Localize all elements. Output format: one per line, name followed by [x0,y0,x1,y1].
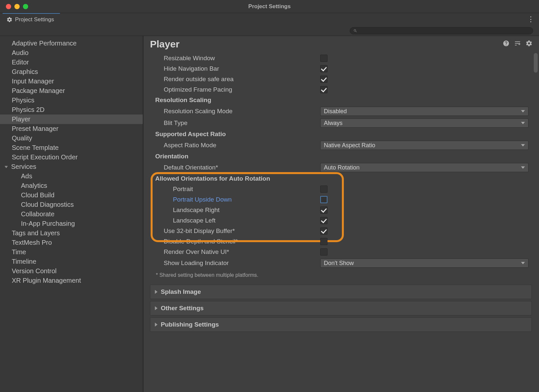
dropdown-loading_indicator[interactable]: Don't Show [320,258,529,268]
sidebar-item-label: Time [12,248,26,256]
main-header: Player [143,36,539,53]
scrollbar[interactable] [533,53,538,392]
sidebar-item-label: Editor [12,59,29,66]
sidebar-item-label: XR Plugin Management [12,277,81,284]
checkbox-portrait_upside[interactable] [320,196,327,203]
sidebar-item-graphics[interactable]: Graphics [0,67,143,77]
section-orientation_hdr: Orientation [155,153,188,160]
sidebar-item-label: Adaptive Performance [12,40,77,47]
sidebar-item-version-control[interactable]: Version Control [0,266,143,276]
close-window-icon[interactable] [6,4,11,9]
sidebar-item-package-manager[interactable]: Package Manager [0,86,143,96]
sidebar-item-scene-template[interactable]: Scene Template [0,143,143,152]
label-loading_indicator: Show Loading Indicator [164,259,229,267]
sidebar-item-ads[interactable]: Ads [0,171,143,181]
sidebar-item-adaptive-performance[interactable]: Adaptive Performance [0,39,143,48]
gear-icon [7,17,12,23]
label-blit_type: Blit Type [164,119,188,127]
sidebar-item-player[interactable]: Player [0,115,143,124]
gear-icon[interactable] [526,40,532,48]
sidebar-item-services[interactable]: Services [0,162,143,171]
chevron-right-icon [155,306,158,310]
search-field[interactable] [350,27,533,34]
sidebar-item-label: Audio [12,49,28,56]
dropdown-aspect_mode[interactable]: Native Aspect Ratio [320,141,529,150]
sidebar-item-analytics[interactable]: Analytics [0,181,143,190]
sidebar-item-preset-manager[interactable]: Preset Manager [0,124,143,134]
title-bar: Project Settings [0,0,539,13]
checkbox-use32[interactable] [320,227,327,235]
checkbox-landscape_right[interactable] [320,206,327,214]
tab-project-settings[interactable]: Project Settings [3,13,60,26]
sidebar-item-label: Package Manager [12,87,65,94]
main-panel: Player Resizable WindowHide Navigation B… [143,36,539,392]
sidebar-item-label: Quality [12,134,32,142]
label-landscape_left: Landscape Left [173,217,215,224]
checkbox-hide_nav[interactable] [320,65,327,72]
label-scaling_mode: Resolution Scaling Mode [164,108,232,115]
sidebar-item-tags-and-layers[interactable]: Tags and Layers [0,228,143,238]
sidebar-item-xr-plugin-management[interactable]: XR Plugin Management [0,276,143,285]
sidebar-item-label: Services [11,163,36,170]
sidebar-item-editor[interactable]: Editor [0,58,143,67]
fullscreen-window-icon[interactable] [23,4,28,9]
dropdown-scaling_mode[interactable]: Disabled [320,107,529,116]
dropdown-blit_type[interactable]: Always [320,118,529,128]
label-resizable_window: Resizable Window [164,55,215,62]
sidebar-item-label: Physics 2D [12,106,45,113]
sidebar-item-script-execution-order[interactable]: Script Execution Order [0,152,143,162]
checkbox-optimized_frame[interactable] [320,86,327,93]
presets-icon[interactable] [514,40,521,48]
sidebar-item-label: Graphics [12,68,38,75]
search-input[interactable] [359,28,530,33]
sidebar-item-audio[interactable]: Audio [0,48,143,58]
checkbox-portrait[interactable] [320,186,327,193]
sidebar-item-physics-2d[interactable]: Physics 2D [0,105,143,115]
foldout-label: Publishing Settings [161,321,219,328]
tab-label: Project Settings [15,16,54,23]
foldout-splash-image[interactable]: Splash Image [150,285,532,299]
label-hide_nav: Hide Navigation Bar [164,65,219,72]
settings-scroll[interactable]: Resizable WindowHide Navigation BarRende… [143,53,539,392]
sidebar-item-physics[interactable]: Physics [0,96,143,105]
sidebar-item-cloud-build[interactable]: Cloud Build [0,190,143,200]
window-controls [0,4,28,9]
sidebar-item-collaborate[interactable]: Collaborate [0,209,143,219]
help-icon[interactable] [503,40,510,48]
label-disable_depth: Disable Depth and Stencil* [164,238,238,245]
window-title: Project Settings [248,3,290,10]
sidebar-item-cloud-diagnostics[interactable]: Cloud Diagnostics [0,200,143,209]
foldout-publishing-settings[interactable]: Publishing Settings [150,317,532,332]
search-icon [353,29,357,33]
minimize-window-icon[interactable] [14,4,20,9]
checkbox-resizable_window[interactable] [320,55,327,62]
sidebar-item-in-app-purchasing[interactable]: In-App Purchasing [0,219,143,228]
dropdown-default_orientation[interactable]: Auto Rotation [320,163,529,172]
sidebar-item-label: Scene Template [12,144,59,151]
checkbox-disable_depth[interactable] [320,238,327,245]
tab-bar: Project Settings ⋮ [0,13,539,26]
sidebar-item-textmesh-pro[interactable]: TextMesh Pro [0,238,143,247]
section-resolution_scaling_hdr: Resolution Scaling [155,97,211,104]
sidebar-item-time[interactable]: Time [0,247,143,257]
section-aspect_hdr: Supported Aspect Ratio [155,131,226,138]
sidebar-item-input-manager[interactable]: Input Manager [0,77,143,86]
footnote: * Shared setting between multiple platfo… [143,269,532,283]
checkbox-render_outside_safe[interactable] [320,76,327,83]
foldout-other-settings[interactable]: Other Settings [150,301,532,315]
label-optimized_frame: Optimized Frame Pacing [164,86,232,93]
sidebar-item-quality[interactable]: Quality [0,134,143,143]
chevron-down-icon [5,166,8,168]
sidebar-item-label: Tags and Layers [12,229,60,237]
checkbox-render_over_native[interactable] [320,248,327,256]
scroll-thumb[interactable] [534,53,538,73]
checkbox-landscape_left[interactable] [320,217,327,224]
foldout-label: Other Settings [161,305,204,312]
kebab-menu-icon[interactable]: ⋮ [527,16,534,23]
search-bar [0,26,539,36]
label-portrait_upside: Portrait Upside Down [173,196,232,203]
sidebar-item-timeline[interactable]: Timeline [0,257,143,266]
label-use32: Use 32-bit Display Buffer* [164,227,235,235]
sidebar-item-label: Physics [12,97,34,104]
section-allowed_hdr: Allowed Orientations for Auto Rotation [155,175,270,182]
